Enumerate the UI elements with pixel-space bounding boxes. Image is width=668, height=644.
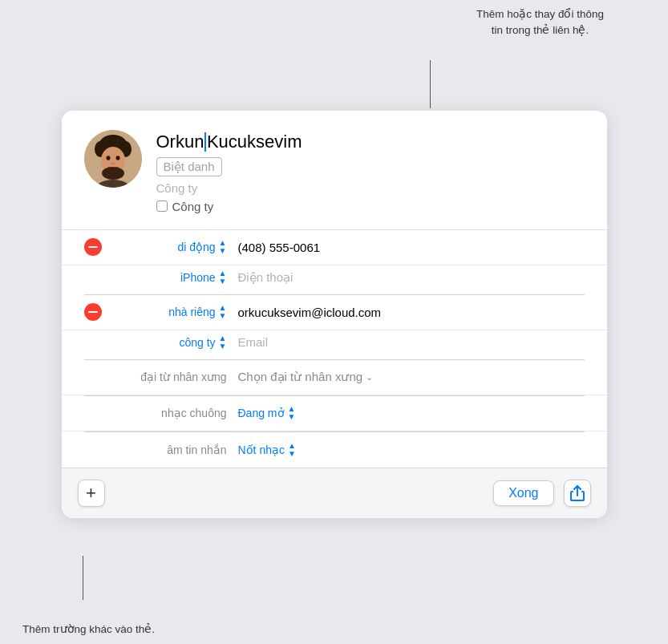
ringtone-label: nhạc chuông [110, 407, 227, 419]
top-arrow-line [430, 60, 431, 108]
email-sub-label-col: công ty ▲ ▼ [110, 334, 238, 350]
pronoun-label-col: đại từ nhân xưng [110, 371, 238, 383]
pronoun-row: đại từ nhân xưng Chọn đại từ nhân xưng ⌄ [62, 360, 607, 395]
remove-phone-button[interactable] [84, 238, 102, 256]
bottom-bar: + Xong [62, 468, 607, 518]
top-annotation-text2: tin trong thẻ liên hệ. [492, 24, 589, 36]
phone-placeholder[interactable]: Điện thoại [238, 270, 585, 285]
company-placeholder: Công ty [156, 181, 585, 195]
spacer2 [84, 334, 102, 351]
remove-email-button[interactable] [84, 303, 102, 321]
email-sub-row: công ty ▲ ▼ Email [62, 330, 607, 359]
email-placeholder[interactable]: Email [238, 335, 585, 349]
top-annotation-text: Thêm hoặc thay đổi thông [476, 8, 604, 20]
company-checkbox[interactable] [156, 200, 168, 212]
svg-point-6 [115, 156, 119, 160]
spacer3 [84, 368, 102, 386]
phone-label-col: di động ▲ ▼ [110, 239, 238, 255]
bottom-arrow-line [83, 556, 83, 600]
bottom-annotation-text: Thêm trường khác vào thẻ. [22, 623, 155, 635]
company-checkbox-row[interactable]: Công ty [156, 200, 585, 213]
phone-sub-type-label[interactable]: iPhone ▲ ▼ [110, 269, 227, 286]
name-cursor [204, 132, 206, 152]
texttone-label: âm tin nhắn [110, 444, 227, 456]
company-checkbox-label: Công ty [172, 200, 214, 213]
share-button[interactable] [564, 480, 591, 507]
pronoun-selector[interactable]: Chọn đại từ nhân xưng ⌄ [238, 370, 585, 384]
ringtone-row: nhạc chuông Đang mở ▲ ▼ [62, 396, 607, 431]
email-label-col: nhà riêng ▲ ▼ [110, 304, 238, 320]
email-type-label[interactable]: nhà riêng ▲ ▼ [110, 304, 227, 320]
spacer [84, 269, 102, 286]
profile-section: Orkun Kucuksevim Biệt danh Công ty Công … [62, 111, 607, 230]
bottom-right-buttons: Xong [493, 480, 590, 507]
pronoun-chevron: ⌄ [366, 372, 373, 383]
texttone-value[interactable]: Nốt nhạc ▲ ▼ [238, 442, 585, 458]
ringtone-label-col: nhạc chuông [110, 407, 238, 419]
bottom-annotation: Thêm trường khác vào thẻ. [22, 622, 155, 638]
add-field-button[interactable]: + [78, 480, 105, 507]
texttone-stepper[interactable]: ▲ ▼ [288, 442, 296, 458]
spacer5 [84, 441, 102, 459]
profile-name: Orkun Kucuksevim [156, 132, 585, 152]
phone-type-stepper[interactable]: ▲ ▼ [219, 239, 227, 255]
nickname-field[interactable]: Biệt danh [156, 157, 222, 176]
first-name: Orkun [156, 132, 204, 152]
email-row-1: nhà riêng ▲ ▼ orkucuksevim@icloud.com [62, 295, 607, 330]
svg-point-5 [106, 156, 110, 160]
ringtone-stepper[interactable]: ▲ ▼ [288, 405, 296, 421]
top-annotation: Thêm hoặc thay đổi thông tin trong thẻ l… [476, 6, 604, 39]
fields-section: di động ▲ ▼ (408) 555-0061 iPhone ▲ ▼ [62, 230, 607, 468]
phone-value[interactable]: (408) 555-0061 [238, 241, 585, 254]
spacer4 [84, 404, 102, 422]
phone-sub-row: iPhone ▲ ▼ Điện thoại [62, 265, 607, 294]
email-sub-type-label[interactable]: công ty ▲ ▼ [110, 334, 227, 350]
last-name: Kucuksevim [207, 132, 302, 152]
avatar-image [84, 130, 142, 188]
texttone-label-col: âm tin nhắn [110, 444, 238, 456]
ringtone-value[interactable]: Đang mở ▲ ▼ [238, 405, 585, 421]
phone-type-label[interactable]: di động ▲ ▼ [110, 239, 227, 255]
contact-card: Orkun Kucuksevim Biệt danh Công ty Công … [62, 111, 607, 518]
texttone-row: âm tin nhắn Nốt nhạc ▲ ▼ [62, 432, 607, 468]
phone-sub-stepper[interactable]: ▲ ▼ [219, 269, 227, 286]
email-sub-stepper[interactable]: ▲ ▼ [219, 334, 227, 350]
svg-point-7 [102, 167, 124, 180]
email-value[interactable]: orkucuksevim@icloud.com [238, 306, 585, 319]
profile-info: Orkun Kucuksevim Biệt danh Công ty Công … [156, 130, 585, 213]
avatar [84, 130, 142, 188]
phone-row-1: di động ▲ ▼ (408) 555-0061 [62, 230, 607, 265]
pronoun-label: đại từ nhân xưng [110, 371, 227, 383]
share-icon [570, 485, 585, 501]
phone-sub-label-col: iPhone ▲ ▼ [110, 269, 238, 286]
email-type-stepper[interactable]: ▲ ▼ [219, 304, 227, 320]
done-button[interactable]: Xong [493, 480, 553, 506]
